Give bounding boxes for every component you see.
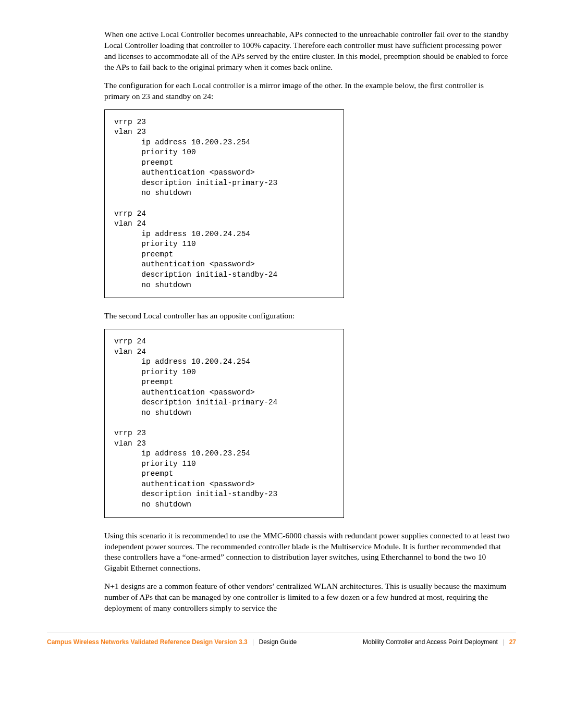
paragraph-intro-1: When one active Local Controller becomes… bbox=[104, 29, 511, 73]
footer-page-number: 27 bbox=[509, 638, 516, 646]
footer-left-sub: Design Guide bbox=[259, 638, 297, 646]
paragraph-second-controller: The second Local controller has an oppos… bbox=[104, 311, 511, 322]
footer-sep-2: | bbox=[503, 638, 504, 646]
footer-brand: Campus Wireless Networks Validated Refer… bbox=[47, 638, 248, 646]
code-block-controller-2: vrrp 24 vlan 24 ip address 10.200.24.254… bbox=[104, 329, 344, 518]
code-block-controller-1: vrrp 23 vlan 23 ip address 10.200.23.254… bbox=[104, 109, 344, 299]
footer-sep-1: | bbox=[252, 638, 254, 646]
paragraph-nplus1: N+1 designs are a common feature of othe… bbox=[104, 581, 511, 614]
paragraph-recommendation: Using this scenario it is recommended to… bbox=[104, 530, 511, 574]
footer-section: Mobility Controller and Access Point Dep… bbox=[363, 638, 498, 646]
footer-right: Mobility Controller and Access Point Dep… bbox=[363, 638, 516, 646]
footer-left: Campus Wireless Networks Validated Refer… bbox=[47, 638, 297, 646]
page-content: When one active Local Controller becomes… bbox=[104, 29, 511, 614]
page-footer: Campus Wireless Networks Validated Refer… bbox=[47, 633, 516, 646]
paragraph-intro-2: The configuration for each Local control… bbox=[104, 80, 511, 102]
